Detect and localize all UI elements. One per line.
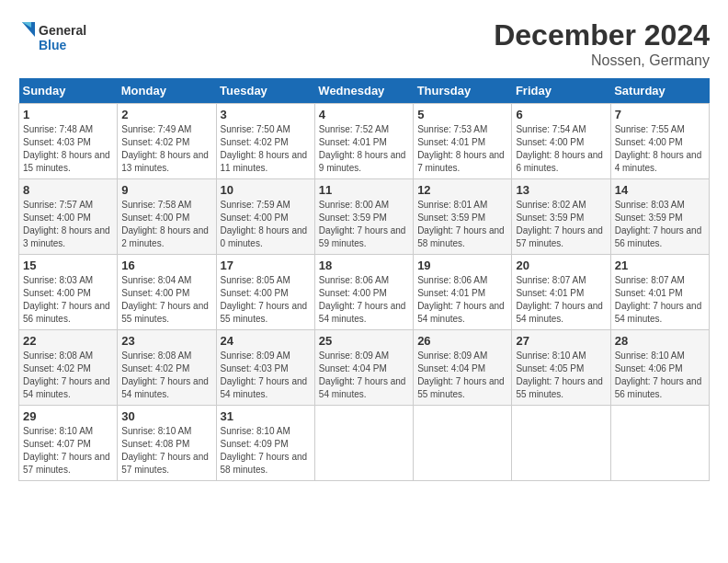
svg-text:General: General <box>39 23 86 38</box>
col-header-friday: Friday <box>512 78 610 104</box>
day-info: Sunrise: 7:49 AMSunset: 4:02 PMDaylight:… <box>121 123 211 175</box>
calendar-cell: 2Sunrise: 7:49 AMSunset: 4:02 PMDaylight… <box>118 104 216 179</box>
calendar-cell: 6Sunrise: 7:54 AMSunset: 4:00 PMDaylight… <box>512 104 610 179</box>
calendar-cell <box>414 406 512 481</box>
calendar-cell: 26Sunrise: 8:09 AMSunset: 4:04 PMDayligh… <box>414 330 512 406</box>
day-info: Sunrise: 7:50 AMSunset: 4:02 PMDaylight:… <box>221 123 311 175</box>
calendar-cell: 24Sunrise: 8:09 AMSunset: 4:03 PMDayligh… <box>216 330 314 406</box>
col-header-thursday: Thursday <box>414 78 512 104</box>
day-number: 27 <box>516 334 606 348</box>
day-info: Sunrise: 8:10 AMSunset: 4:07 PMDaylight:… <box>23 425 113 477</box>
day-info: Sunrise: 7:55 AMSunset: 4:00 PMDaylight:… <box>615 123 705 175</box>
day-info: Sunrise: 7:53 AMSunset: 4:01 PMDaylight:… <box>417 123 507 175</box>
calendar-cell: 9Sunrise: 7:58 AMSunset: 4:00 PMDaylight… <box>118 179 216 255</box>
col-header-saturday: Saturday <box>610 78 709 104</box>
calendar-cell: 3Sunrise: 7:50 AMSunset: 4:02 PMDaylight… <box>216 104 314 179</box>
title-area: December 2024 Nossen, Germany <box>494 18 710 69</box>
day-number: 22 <box>23 334 113 348</box>
calendar-cell: 23Sunrise: 8:08 AMSunset: 4:02 PMDayligh… <box>118 330 216 406</box>
day-number: 12 <box>417 183 507 197</box>
svg-text:Blue: Blue <box>39 38 67 52</box>
col-header-wednesday: Wednesday <box>314 78 413 104</box>
day-number: 24 <box>221 334 311 348</box>
day-number: 6 <box>516 108 606 121</box>
day-info: Sunrise: 7:57 AMSunset: 4:00 PMDaylight:… <box>23 199 113 250</box>
day-number: 7 <box>615 108 705 121</box>
day-info: Sunrise: 8:08 AMSunset: 4:02 PMDaylight:… <box>121 350 211 401</box>
day-info: Sunrise: 8:07 AMSunset: 4:01 PMDaylight:… <box>615 274 705 326</box>
day-number: 31 <box>221 409 311 423</box>
calendar-cell: 17Sunrise: 8:05 AMSunset: 4:00 PMDayligh… <box>216 255 314 330</box>
location: Nossen, Germany <box>494 52 710 69</box>
col-header-sunday: Sunday <box>19 78 118 104</box>
calendar-cell: 22Sunrise: 8:08 AMSunset: 4:02 PMDayligh… <box>19 330 118 406</box>
day-number: 10 <box>221 183 311 197</box>
day-info: Sunrise: 8:05 AMSunset: 4:00 PMDaylight:… <box>221 274 311 326</box>
day-number: 19 <box>417 259 507 272</box>
week-row-3: 15Sunrise: 8:03 AMSunset: 4:00 PMDayligh… <box>19 255 710 330</box>
day-number: 16 <box>121 259 211 272</box>
day-info: Sunrise: 7:48 AMSunset: 4:03 PMDaylight:… <box>23 123 113 175</box>
day-info: Sunrise: 8:04 AMSunset: 4:00 PMDaylight:… <box>121 274 211 326</box>
day-info: Sunrise: 8:06 AMSunset: 4:01 PMDaylight:… <box>417 274 507 326</box>
day-number: 13 <box>516 183 606 197</box>
calendar-cell: 1Sunrise: 7:48 AMSunset: 4:03 PMDaylight… <box>19 104 118 179</box>
calendar-cell <box>314 406 413 481</box>
calendar-cell: 15Sunrise: 8:03 AMSunset: 4:00 PMDayligh… <box>19 255 118 330</box>
day-info: Sunrise: 7:52 AMSunset: 4:01 PMDaylight:… <box>319 123 409 175</box>
day-number: 4 <box>319 108 409 121</box>
day-number: 17 <box>221 259 311 272</box>
day-number: 11 <box>319 183 409 197</box>
day-info: Sunrise: 8:03 AMSunset: 3:59 PMDaylight:… <box>615 199 705 250</box>
day-info: Sunrise: 8:00 AMSunset: 3:59 PMDaylight:… <box>319 199 409 250</box>
day-number: 26 <box>417 334 507 348</box>
day-info: Sunrise: 8:09 AMSunset: 4:03 PMDaylight:… <box>221 350 311 401</box>
day-number: 28 <box>615 334 705 348</box>
calendar-cell: 19Sunrise: 8:06 AMSunset: 4:01 PMDayligh… <box>414 255 512 330</box>
calendar-cell: 16Sunrise: 8:04 AMSunset: 4:00 PMDayligh… <box>118 255 216 330</box>
day-number: 29 <box>23 409 113 423</box>
day-info: Sunrise: 7:59 AMSunset: 4:00 PMDaylight:… <box>221 199 311 250</box>
day-info: Sunrise: 8:10 AMSunset: 4:06 PMDaylight:… <box>615 350 705 401</box>
day-number: 30 <box>121 409 211 423</box>
day-number: 5 <box>417 108 507 121</box>
calendar-cell <box>610 406 709 481</box>
week-row-1: 1Sunrise: 7:48 AMSunset: 4:03 PMDaylight… <box>19 104 710 179</box>
day-info: Sunrise: 8:08 AMSunset: 4:02 PMDaylight:… <box>23 350 113 401</box>
calendar-cell: 11Sunrise: 8:00 AMSunset: 3:59 PMDayligh… <box>314 179 413 255</box>
day-info: Sunrise: 8:10 AMSunset: 4:05 PMDaylight:… <box>516 350 606 401</box>
day-info: Sunrise: 8:01 AMSunset: 3:59 PMDaylight:… <box>417 199 507 250</box>
col-header-monday: Monday <box>118 78 216 104</box>
day-info: Sunrise: 7:54 AMSunset: 4:00 PMDaylight:… <box>516 123 606 175</box>
day-info: Sunrise: 8:09 AMSunset: 4:04 PMDaylight:… <box>319 350 409 401</box>
header-row: SundayMondayTuesdayWednesdayThursdayFrid… <box>19 78 710 104</box>
day-number: 1 <box>23 108 113 121</box>
calendar-cell: 8Sunrise: 7:57 AMSunset: 4:00 PMDaylight… <box>19 179 118 255</box>
calendar-cell: 30Sunrise: 8:10 AMSunset: 4:08 PMDayligh… <box>118 406 216 481</box>
calendar-cell: 10Sunrise: 7:59 AMSunset: 4:00 PMDayligh… <box>216 179 314 255</box>
day-number: 3 <box>221 108 311 121</box>
month-title: December 2024 <box>494 18 710 52</box>
calendar-cell: 25Sunrise: 8:09 AMSunset: 4:04 PMDayligh… <box>314 330 413 406</box>
page-header: General Blue December 2024 Nossen, Germa… <box>18 18 710 69</box>
calendar-cell: 5Sunrise: 7:53 AMSunset: 4:01 PMDaylight… <box>414 104 512 179</box>
day-info: Sunrise: 8:10 AMSunset: 4:09 PMDaylight:… <box>221 425 311 477</box>
calendar-table: SundayMondayTuesdayWednesdayThursdayFrid… <box>18 78 710 481</box>
week-row-5: 29Sunrise: 8:10 AMSunset: 4:07 PMDayligh… <box>19 406 710 481</box>
day-info: Sunrise: 8:07 AMSunset: 4:01 PMDaylight:… <box>516 274 606 326</box>
calendar-cell: 13Sunrise: 8:02 AMSunset: 3:59 PMDayligh… <box>512 179 610 255</box>
calendar-cell: 27Sunrise: 8:10 AMSunset: 4:05 PMDayligh… <box>512 330 610 406</box>
calendar-cell: 20Sunrise: 8:07 AMSunset: 4:01 PMDayligh… <box>512 255 610 330</box>
day-number: 20 <box>516 259 606 272</box>
day-info: Sunrise: 7:58 AMSunset: 4:00 PMDaylight:… <box>121 199 211 250</box>
calendar-cell: 28Sunrise: 8:10 AMSunset: 4:06 PMDayligh… <box>610 330 709 406</box>
day-number: 18 <box>319 259 409 272</box>
day-number: 21 <box>615 259 705 272</box>
day-number: 14 <box>615 183 705 197</box>
day-number: 2 <box>121 108 211 121</box>
day-number: 9 <box>121 183 211 197</box>
col-header-tuesday: Tuesday <box>216 78 314 104</box>
day-info: Sunrise: 8:09 AMSunset: 4:04 PMDaylight:… <box>417 350 507 401</box>
calendar-cell: 18Sunrise: 8:06 AMSunset: 4:00 PMDayligh… <box>314 255 413 330</box>
generalblue-logo: General Blue <box>18 18 92 59</box>
